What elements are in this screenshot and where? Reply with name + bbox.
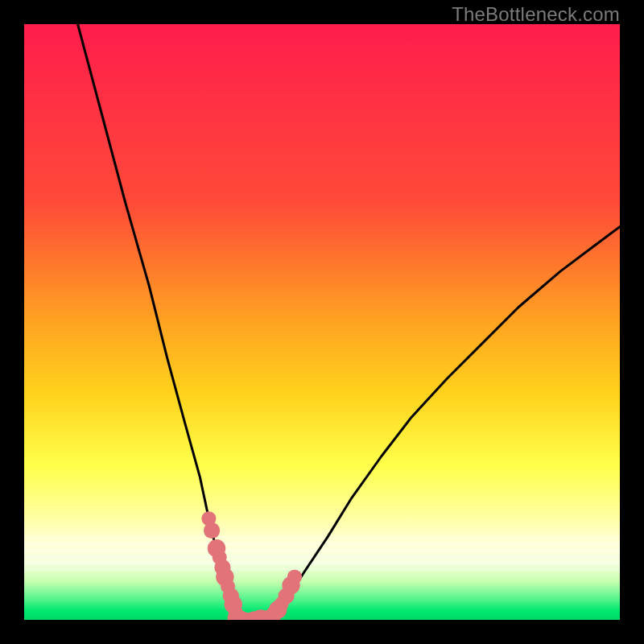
svg-rect-4 bbox=[24, 555, 620, 557]
svg-rect-6 bbox=[24, 568, 620, 570]
svg-point-8 bbox=[279, 588, 294, 603]
chart-svg bbox=[24, 24, 620, 620]
svg-rect-0 bbox=[24, 24, 620, 620]
svg-point-7 bbox=[287, 570, 302, 584]
svg-rect-1 bbox=[24, 536, 620, 538]
outer-frame: TheBottleneck.com bbox=[0, 0, 644, 644]
watermark-text: TheBottleneck.com bbox=[452, 3, 620, 26]
highlight-point bbox=[204, 522, 220, 539]
svg-rect-3 bbox=[24, 549, 620, 551]
svg-rect-5 bbox=[24, 562, 620, 564]
plot-area bbox=[24, 24, 620, 620]
